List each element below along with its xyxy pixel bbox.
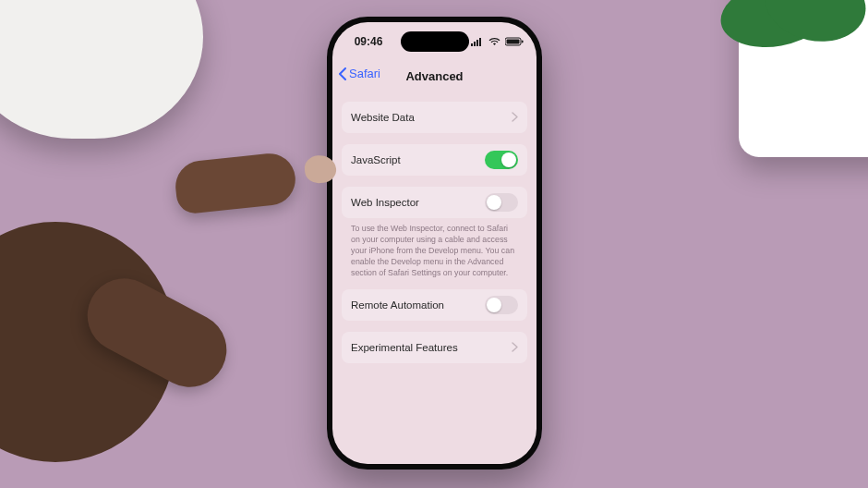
row-label: Website Data <box>351 112 415 123</box>
remote-automation-row: Remote Automation <box>342 289 527 321</box>
experimental-features-row[interactable]: Experimental Features <box>342 332 527 363</box>
chevron-left-icon <box>338 67 347 80</box>
page-title: Advanced <box>405 69 463 83</box>
status-time: 09:46 <box>349 35 388 48</box>
svg-rect-2 <box>476 40 478 46</box>
nav-bar: Safari Advanced <box>332 61 536 91</box>
back-button[interactable]: Safari <box>338 67 380 80</box>
svg-rect-6 <box>522 41 524 43</box>
svg-rect-5 <box>507 40 520 44</box>
phone-frame: 09:46 <box>327 17 542 470</box>
javascript-row: JavaScript <box>342 144 527 176</box>
row-label: Remote Automation <box>351 299 444 311</box>
settings-content: Website Data JavaScript Web Inspector <box>332 94 536 464</box>
hand-overlay <box>0 157 277 471</box>
javascript-toggle[interactable] <box>485 151 518 169</box>
chevron-right-icon <box>512 342 518 354</box>
phone-screen: 09:46 <box>332 22 536 464</box>
wifi-icon <box>488 37 500 46</box>
row-label: Web Inspector <box>351 197 419 208</box>
web-inspector-row: Web Inspector <box>342 187 527 218</box>
row-label: Experimental Features <box>351 342 458 353</box>
website-data-row[interactable]: Website Data <box>342 102 527 133</box>
dynamic-island <box>401 31 469 52</box>
svg-rect-0 <box>471 43 473 46</box>
svg-rect-3 <box>479 38 481 46</box>
web-inspector-footer: To use the Web Inspector, connect to Saf… <box>342 218 527 278</box>
svg-rect-1 <box>474 42 476 46</box>
background-mouse <box>0 0 203 139</box>
remote-automation-toggle[interactable] <box>485 296 518 314</box>
row-label: JavaScript <box>351 154 401 165</box>
battery-icon <box>505 37 524 46</box>
signal-icon <box>471 37 484 46</box>
back-label: Safari <box>349 67 380 80</box>
web-inspector-toggle[interactable] <box>485 193 518 212</box>
chevron-right-icon <box>512 112 518 124</box>
